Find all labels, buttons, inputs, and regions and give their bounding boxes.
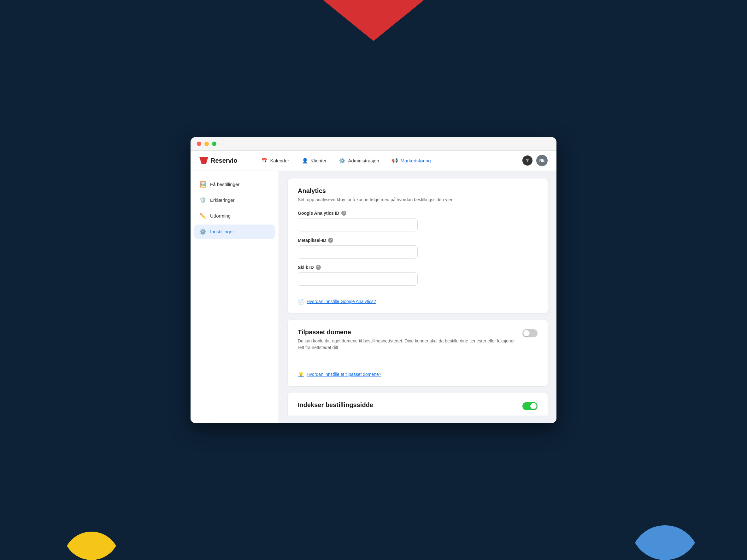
custom-domain-header-row: Tilpasset domene Du kan koble ditt eget … [298,328,538,358]
fa-bestillinger-icon: 🖼️ [199,181,206,188]
administrasjon-icon: ⚙️ [339,158,345,164]
nav-item-klienter[interactable]: 👤 Klienter [297,155,332,166]
metapiksel-input[interactable] [298,245,418,259]
index-card: Indekser bestillingssidde [288,393,548,416]
metapiksel-form-group: Metapiksel-ID ? [298,238,538,259]
sidebar-item-fa-bestillinger[interactable]: 🖼️ Få bestillinger [194,177,275,192]
sklik-label: Sklik ID ? [298,265,538,270]
custom-domain-card: Tilpasset domene Du kan koble ditt eget … [288,320,548,386]
google-analytics-help-icon[interactable]: ? [341,211,346,216]
nav-item-kalender-label: Kalender [271,158,289,163]
browser-chrome [190,137,557,151]
google-analytics-label: Google Analytics ID ? [298,211,538,216]
logo[interactable]: Reservio [199,157,237,164]
window-minimize-btn[interactable] [204,141,209,146]
custom-domain-header-text: Tilpasset domene Du kan koble ditt eget … [298,328,522,358]
utforming-icon: ✏️ [199,213,206,219]
sklik-help-icon[interactable]: ? [316,265,321,270]
sidebar-item-innstillinger[interactable]: ⚙️ Innstillinger [194,224,275,239]
analytics-card: Analytics Sett opp analyseverktøy for å … [288,179,548,314]
custom-domain-divider [298,365,538,365]
content-area: Analytics Sett opp analyseverktøy for å … [279,171,557,423]
index-card-title: Indekser bestillingssidde [298,401,522,409]
markedsforing-icon: 📢 [392,158,398,164]
index-toggle[interactable] [522,402,538,410]
nav-item-kalender[interactable]: 📅 Kalender [256,155,294,166]
main-layout: 🖼️ Få bestillinger 🛡️ Erklæringer ✏️ Utf… [190,171,557,423]
nav-item-markedsforing[interactable]: 📢 Markedsføring [387,155,436,166]
nav-item-administrasjon-label: Administrasjon [348,158,379,163]
sklik-form-group: Sklik ID ? [298,265,538,286]
nav-right: ? NE [522,155,548,166]
analytics-link-icon: 📄 [298,299,304,304]
kalender-icon: 📅 [261,158,268,164]
google-analytics-input[interactable] [298,218,418,232]
sidebar-item-erklaringer[interactable]: 🛡️ Erklæringer [194,193,275,208]
index-card-header-row: Indekser bestillingssidde [298,401,538,410]
logo-text: Reservio [211,157,237,164]
index-card-header-text: Indekser bestillingssidde [298,401,522,410]
analytics-card-divider [298,292,538,292]
sklik-label-text: Sklik ID [298,265,314,270]
custom-domain-link-text: Hvordan innstille et tilpasset domene? [307,372,381,377]
nav-items: 📅 Kalender 👤 Klienter ⚙️ Administrasjon … [256,155,523,166]
custom-domain-toggle-slider [522,329,538,338]
sidebar-item-innstillinger-label: Innstillinger [210,229,234,234]
google-analytics-form-group: Google Analytics ID ? [298,211,538,232]
sidebar: 🖼️ Få bestillinger 🛡️ Erklæringer ✏️ Utf… [190,171,279,423]
help-button[interactable]: ? [522,156,533,165]
index-toggle-slider [522,402,538,410]
sidebar-item-erklaringer-label: Erklæringer [210,197,235,203]
metapiksel-label: Metapiksel-ID ? [298,238,538,243]
window-maximize-btn[interactable] [212,141,216,146]
klienter-icon: 👤 [302,158,308,164]
top-nav: Reservio 📅 Kalender 👤 Klienter ⚙️ Admini… [190,151,557,171]
analytics-card-subtitle: Sett opp analyseverktøy for å kunne følg… [298,196,538,203]
avatar-button[interactable]: NE [536,155,548,166]
bg-triangle-decoration [323,0,424,41]
sidebar-item-fa-bestillinger-label: Få bestillinger [210,182,239,187]
innstillinger-icon: ⚙️ [199,228,206,235]
metapiksel-label-text: Metapiksel-ID [298,238,326,243]
custom-domain-subtitle: Du kan koble ditt eget domene til bestil… [298,338,522,351]
erklaringer-icon: 🛡️ [199,197,206,204]
analytics-link-text: Hvordan innstille Google Analytics? [307,299,376,304]
nav-item-administrasjon[interactable]: ⚙️ Administrasjon [334,155,384,166]
bg-blue-circle [630,490,700,560]
metapiksel-help-icon[interactable]: ? [328,238,333,243]
browser-window: Reservio 📅 Kalender 👤 Klienter ⚙️ Admini… [190,137,557,423]
custom-domain-link-icon: 💡 [298,371,304,377]
analytics-card-title: Analytics [298,187,538,194]
custom-domain-toggle[interactable] [522,329,538,338]
custom-domain-help-link[interactable]: 💡 Hvordan innstille et tilpasset domene? [298,371,538,377]
custom-domain-title: Tilpasset domene [298,328,522,336]
logo-icon [199,157,208,164]
sidebar-item-utforming[interactable]: ✏️ Utforming [194,209,275,223]
sklik-input[interactable] [298,272,418,286]
nav-item-klienter-label: Klienter [311,158,327,163]
window-close-btn[interactable] [197,141,201,146]
google-analytics-help-link[interactable]: 📄 Hvordan innstille Google Analytics? [298,299,538,304]
google-analytics-label-text: Google Analytics ID [298,211,339,216]
nav-item-markedsforing-label: Markedsføring [401,158,431,163]
sidebar-item-utforming-label: Utforming [210,213,231,218]
bg-yellow-circle [63,503,120,560]
